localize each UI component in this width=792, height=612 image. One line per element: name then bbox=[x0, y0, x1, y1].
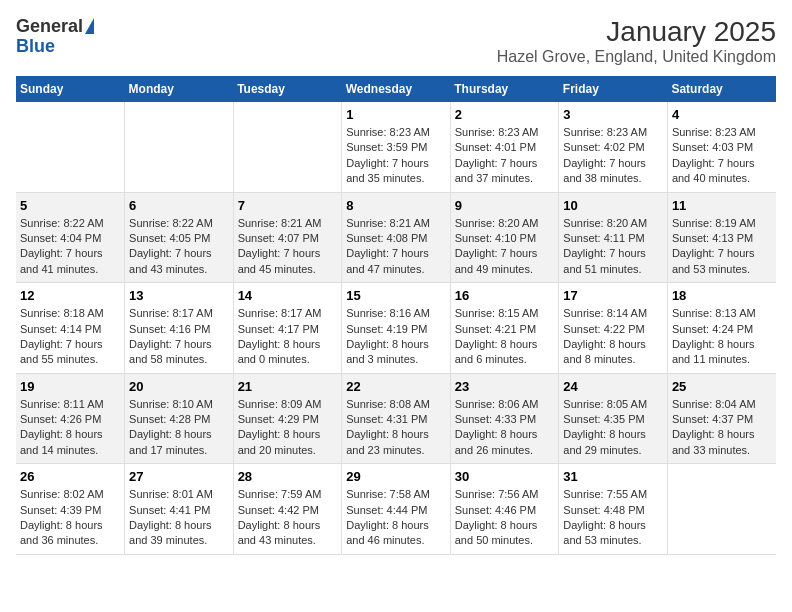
day-number: 21 bbox=[238, 379, 338, 394]
calendar-cell: 2Sunrise: 8:23 AMSunset: 4:01 PMDaylight… bbox=[450, 102, 559, 192]
calendar-cell: 29Sunrise: 7:58 AMSunset: 4:44 PMDayligh… bbox=[342, 464, 451, 555]
calendar-cell: 27Sunrise: 8:01 AMSunset: 4:41 PMDayligh… bbox=[125, 464, 234, 555]
calendar-cell: 11Sunrise: 8:19 AMSunset: 4:13 PMDayligh… bbox=[667, 192, 776, 283]
day-detail: Sunrise: 8:09 AMSunset: 4:29 PMDaylight:… bbox=[238, 397, 338, 459]
day-detail: Sunrise: 8:23 AMSunset: 4:01 PMDaylight:… bbox=[455, 125, 555, 187]
calendar-cell: 22Sunrise: 8:08 AMSunset: 4:31 PMDayligh… bbox=[342, 373, 451, 464]
day-detail: Sunrise: 8:22 AMSunset: 4:04 PMDaylight:… bbox=[20, 216, 120, 278]
calendar-cell: 30Sunrise: 7:56 AMSunset: 4:46 PMDayligh… bbox=[450, 464, 559, 555]
day-number: 13 bbox=[129, 288, 229, 303]
day-number: 17 bbox=[563, 288, 663, 303]
day-detail: Sunrise: 8:17 AMSunset: 4:17 PMDaylight:… bbox=[238, 306, 338, 368]
calendar-cell: 3Sunrise: 8:23 AMSunset: 4:02 PMDaylight… bbox=[559, 102, 668, 192]
day-number: 10 bbox=[563, 198, 663, 213]
day-number: 11 bbox=[672, 198, 772, 213]
logo-general-text: General bbox=[16, 16, 94, 37]
calendar-cell: 23Sunrise: 8:06 AMSunset: 4:33 PMDayligh… bbox=[450, 373, 559, 464]
calendar-cell: 9Sunrise: 8:20 AMSunset: 4:10 PMDaylight… bbox=[450, 192, 559, 283]
day-number: 19 bbox=[20, 379, 120, 394]
day-number: 5 bbox=[20, 198, 120, 213]
day-detail: Sunrise: 8:21 AMSunset: 4:08 PMDaylight:… bbox=[346, 216, 446, 278]
day-number: 22 bbox=[346, 379, 446, 394]
calendar-cell: 16Sunrise: 8:15 AMSunset: 4:21 PMDayligh… bbox=[450, 283, 559, 374]
day-number: 26 bbox=[20, 469, 120, 484]
calendar-cell: 6Sunrise: 8:22 AMSunset: 4:05 PMDaylight… bbox=[125, 192, 234, 283]
day-detail: Sunrise: 8:14 AMSunset: 4:22 PMDaylight:… bbox=[563, 306, 663, 368]
day-number: 14 bbox=[238, 288, 338, 303]
calendar-cell bbox=[125, 102, 234, 192]
day-detail: Sunrise: 8:08 AMSunset: 4:31 PMDaylight:… bbox=[346, 397, 446, 459]
day-number: 27 bbox=[129, 469, 229, 484]
calendar-cell: 17Sunrise: 8:14 AMSunset: 4:22 PMDayligh… bbox=[559, 283, 668, 374]
calendar-cell: 21Sunrise: 8:09 AMSunset: 4:29 PMDayligh… bbox=[233, 373, 342, 464]
day-detail: Sunrise: 8:18 AMSunset: 4:14 PMDaylight:… bbox=[20, 306, 120, 368]
day-detail: Sunrise: 8:19 AMSunset: 4:13 PMDaylight:… bbox=[672, 216, 772, 278]
day-number: 24 bbox=[563, 379, 663, 394]
day-detail: Sunrise: 8:23 AMSunset: 3:59 PMDaylight:… bbox=[346, 125, 446, 187]
day-detail: Sunrise: 8:06 AMSunset: 4:33 PMDaylight:… bbox=[455, 397, 555, 459]
calendar-cell: 31Sunrise: 7:55 AMSunset: 4:48 PMDayligh… bbox=[559, 464, 668, 555]
day-number: 9 bbox=[455, 198, 555, 213]
day-detail: Sunrise: 7:56 AMSunset: 4:46 PMDaylight:… bbox=[455, 487, 555, 549]
day-number: 4 bbox=[672, 107, 772, 122]
calendar-title: January 2025 bbox=[497, 16, 776, 48]
calendar-cell: 4Sunrise: 8:23 AMSunset: 4:03 PMDaylight… bbox=[667, 102, 776, 192]
day-detail: Sunrise: 8:02 AMSunset: 4:39 PMDaylight:… bbox=[20, 487, 120, 549]
day-detail: Sunrise: 7:55 AMSunset: 4:48 PMDaylight:… bbox=[563, 487, 663, 549]
col-header-friday: Friday bbox=[559, 76, 668, 102]
day-number: 16 bbox=[455, 288, 555, 303]
day-detail: Sunrise: 7:59 AMSunset: 4:42 PMDaylight:… bbox=[238, 487, 338, 549]
day-detail: Sunrise: 8:04 AMSunset: 4:37 PMDaylight:… bbox=[672, 397, 772, 459]
day-detail: Sunrise: 8:17 AMSunset: 4:16 PMDaylight:… bbox=[129, 306, 229, 368]
day-detail: Sunrise: 8:23 AMSunset: 4:03 PMDaylight:… bbox=[672, 125, 772, 187]
day-number: 29 bbox=[346, 469, 446, 484]
day-detail: Sunrise: 8:13 AMSunset: 4:24 PMDaylight:… bbox=[672, 306, 772, 368]
calendar-cell: 1Sunrise: 8:23 AMSunset: 3:59 PMDaylight… bbox=[342, 102, 451, 192]
col-header-saturday: Saturday bbox=[667, 76, 776, 102]
logo-blue-text: Blue bbox=[16, 37, 55, 57]
day-detail: Sunrise: 8:23 AMSunset: 4:02 PMDaylight:… bbox=[563, 125, 663, 187]
day-number: 20 bbox=[129, 379, 229, 394]
calendar-cell: 14Sunrise: 8:17 AMSunset: 4:17 PMDayligh… bbox=[233, 283, 342, 374]
calendar-cell: 28Sunrise: 7:59 AMSunset: 4:42 PMDayligh… bbox=[233, 464, 342, 555]
header-row: SundayMondayTuesdayWednesdayThursdayFrid… bbox=[16, 76, 776, 102]
calendar-cell: 7Sunrise: 8:21 AMSunset: 4:07 PMDaylight… bbox=[233, 192, 342, 283]
day-number: 30 bbox=[455, 469, 555, 484]
calendar-cell: 12Sunrise: 8:18 AMSunset: 4:14 PMDayligh… bbox=[16, 283, 125, 374]
calendar-subtitle: Hazel Grove, England, United Kingdom bbox=[497, 48, 776, 66]
day-detail: Sunrise: 8:05 AMSunset: 4:35 PMDaylight:… bbox=[563, 397, 663, 459]
calendar-cell: 26Sunrise: 8:02 AMSunset: 4:39 PMDayligh… bbox=[16, 464, 125, 555]
calendar-cell: 10Sunrise: 8:20 AMSunset: 4:11 PMDayligh… bbox=[559, 192, 668, 283]
day-detail: Sunrise: 8:11 AMSunset: 4:26 PMDaylight:… bbox=[20, 397, 120, 459]
day-detail: Sunrise: 8:22 AMSunset: 4:05 PMDaylight:… bbox=[129, 216, 229, 278]
week-row-2: 5Sunrise: 8:22 AMSunset: 4:04 PMDaylight… bbox=[16, 192, 776, 283]
calendar-cell: 5Sunrise: 8:22 AMSunset: 4:04 PMDaylight… bbox=[16, 192, 125, 283]
week-row-1: 1Sunrise: 8:23 AMSunset: 3:59 PMDaylight… bbox=[16, 102, 776, 192]
day-number: 7 bbox=[238, 198, 338, 213]
col-header-thursday: Thursday bbox=[450, 76, 559, 102]
day-number: 25 bbox=[672, 379, 772, 394]
page-header: General Blue January 2025 Hazel Grove, E… bbox=[16, 16, 776, 66]
day-number: 12 bbox=[20, 288, 120, 303]
calendar-cell bbox=[16, 102, 125, 192]
day-number: 1 bbox=[346, 107, 446, 122]
day-detail: Sunrise: 8:20 AMSunset: 4:11 PMDaylight:… bbox=[563, 216, 663, 278]
day-number: 3 bbox=[563, 107, 663, 122]
day-number: 23 bbox=[455, 379, 555, 394]
title-block: January 2025 Hazel Grove, England, Unite… bbox=[497, 16, 776, 66]
day-number: 6 bbox=[129, 198, 229, 213]
calendar-cell: 25Sunrise: 8:04 AMSunset: 4:37 PMDayligh… bbox=[667, 373, 776, 464]
calendar-cell: 15Sunrise: 8:16 AMSunset: 4:19 PMDayligh… bbox=[342, 283, 451, 374]
calendar-cell: 19Sunrise: 8:11 AMSunset: 4:26 PMDayligh… bbox=[16, 373, 125, 464]
week-row-3: 12Sunrise: 8:18 AMSunset: 4:14 PMDayligh… bbox=[16, 283, 776, 374]
col-header-monday: Monday bbox=[125, 76, 234, 102]
col-header-sunday: Sunday bbox=[16, 76, 125, 102]
day-detail: Sunrise: 8:10 AMSunset: 4:28 PMDaylight:… bbox=[129, 397, 229, 459]
day-number: 28 bbox=[238, 469, 338, 484]
day-number: 8 bbox=[346, 198, 446, 213]
calendar-cell: 24Sunrise: 8:05 AMSunset: 4:35 PMDayligh… bbox=[559, 373, 668, 464]
calendar-cell: 18Sunrise: 8:13 AMSunset: 4:24 PMDayligh… bbox=[667, 283, 776, 374]
week-row-5: 26Sunrise: 8:02 AMSunset: 4:39 PMDayligh… bbox=[16, 464, 776, 555]
calendar-cell: 13Sunrise: 8:17 AMSunset: 4:16 PMDayligh… bbox=[125, 283, 234, 374]
week-row-4: 19Sunrise: 8:11 AMSunset: 4:26 PMDayligh… bbox=[16, 373, 776, 464]
